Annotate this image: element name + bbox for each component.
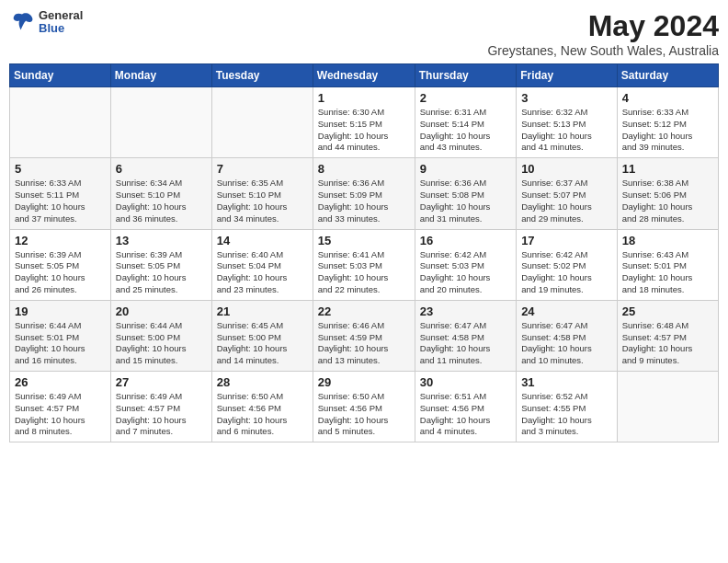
calendar-day-8: 8Sunrise: 6:36 AM Sunset: 5:09 PM Daylig… bbox=[313, 158, 415, 229]
day-info: Sunrise: 6:43 AM Sunset: 5:01 PM Dayligh… bbox=[622, 249, 713, 296]
calendar-day-10: 10Sunrise: 6:37 AM Sunset: 5:07 PM Dayli… bbox=[517, 158, 618, 229]
weekday-header-tuesday: Tuesday bbox=[211, 64, 313, 87]
day-number: 19 bbox=[15, 304, 106, 318]
calendar-day-3: 3Sunrise: 6:32 AM Sunset: 5:13 PM Daylig… bbox=[517, 87, 618, 158]
calendar-day-1: 1Sunrise: 6:30 AM Sunset: 5:15 PM Daylig… bbox=[313, 87, 415, 158]
day-info: Sunrise: 6:38 AM Sunset: 5:06 PM Dayligh… bbox=[622, 178, 713, 224]
calendar-day-24: 24Sunrise: 6:47 AM Sunset: 4:58 PM Dayli… bbox=[517, 300, 618, 371]
day-info: Sunrise: 6:33 AM Sunset: 5:12 PM Dayligh… bbox=[622, 107, 713, 154]
day-info: Sunrise: 6:44 AM Sunset: 5:01 PM Dayligh… bbox=[15, 320, 106, 367]
logo-bird-icon bbox=[9, 9, 35, 35]
calendar-day-9: 9Sunrise: 6:36 AM Sunset: 5:08 PM Daylig… bbox=[415, 158, 516, 229]
weekday-header-saturday: Saturday bbox=[617, 64, 718, 87]
day-number: 15 bbox=[318, 234, 410, 247]
calendar-day-11: 11Sunrise: 6:38 AM Sunset: 5:06 PM Dayli… bbox=[617, 158, 718, 229]
day-number: 29 bbox=[318, 375, 410, 389]
title-block: May 2024 Greystanes, New South Wales, Au… bbox=[487, 9, 719, 58]
calendar-day-21: 21Sunrise: 6:45 AM Sunset: 5:00 PM Dayli… bbox=[211, 300, 313, 371]
calendar-day-30: 30Sunrise: 6:51 AM Sunset: 4:56 PM Dayli… bbox=[415, 372, 516, 442]
day-info: Sunrise: 6:44 AM Sunset: 5:00 PM Dayligh… bbox=[116, 320, 207, 367]
day-number: 20 bbox=[116, 304, 207, 318]
weekday-header-row: SundayMondayTuesdayWednesdayThursdayFrid… bbox=[10, 64, 719, 87]
weekday-header-thursday: Thursday bbox=[415, 64, 516, 87]
day-info: Sunrise: 6:52 AM Sunset: 4:55 PM Dayligh… bbox=[521, 391, 612, 438]
calendar-day-27: 27Sunrise: 6:49 AM Sunset: 4:57 PM Dayli… bbox=[110, 372, 211, 442]
calendar-day-18: 18Sunrise: 6:43 AM Sunset: 5:01 PM Dayli… bbox=[617, 229, 718, 300]
day-number: 5 bbox=[15, 162, 106, 176]
day-number: 7 bbox=[217, 162, 308, 176]
calendar-empty-cell bbox=[10, 87, 111, 158]
calendar-day-22: 22Sunrise: 6:46 AM Sunset: 4:59 PM Dayli… bbox=[313, 300, 415, 371]
logo-text: General Blue bbox=[39, 9, 83, 36]
day-info: Sunrise: 6:47 AM Sunset: 4:58 PM Dayligh… bbox=[521, 320, 612, 367]
calendar-day-17: 17Sunrise: 6:42 AM Sunset: 5:02 PM Dayli… bbox=[517, 229, 618, 300]
calendar-week-row: 26Sunrise: 6:49 AM Sunset: 4:57 PM Dayli… bbox=[10, 372, 719, 442]
calendar-empty-cell bbox=[211, 87, 313, 158]
weekday-header-sunday: Sunday bbox=[10, 64, 111, 87]
day-number: 27 bbox=[116, 375, 207, 389]
day-info: Sunrise: 6:49 AM Sunset: 4:57 PM Dayligh… bbox=[15, 391, 106, 438]
day-number: 31 bbox=[521, 375, 612, 389]
day-number: 21 bbox=[217, 304, 308, 318]
calendar-week-row: 19Sunrise: 6:44 AM Sunset: 5:01 PM Dayli… bbox=[10, 300, 719, 371]
day-info: Sunrise: 6:45 AM Sunset: 5:00 PM Dayligh… bbox=[217, 320, 308, 367]
day-number: 6 bbox=[116, 162, 207, 176]
calendar-week-row: 1Sunrise: 6:30 AM Sunset: 5:15 PM Daylig… bbox=[10, 87, 719, 158]
calendar-day-19: 19Sunrise: 6:44 AM Sunset: 5:01 PM Dayli… bbox=[10, 300, 111, 371]
weekday-header-wednesday: Wednesday bbox=[313, 64, 415, 87]
day-number: 18 bbox=[622, 234, 713, 247]
day-info: Sunrise: 6:40 AM Sunset: 5:04 PM Dayligh… bbox=[217, 249, 308, 296]
calendar-day-14: 14Sunrise: 6:40 AM Sunset: 5:04 PM Dayli… bbox=[211, 229, 313, 300]
day-info: Sunrise: 6:36 AM Sunset: 5:08 PM Dayligh… bbox=[420, 178, 511, 224]
day-info: Sunrise: 6:48 AM Sunset: 4:57 PM Dayligh… bbox=[622, 320, 713, 367]
day-info: Sunrise: 6:32 AM Sunset: 5:13 PM Dayligh… bbox=[521, 107, 612, 154]
calendar-day-23: 23Sunrise: 6:47 AM Sunset: 4:58 PM Dayli… bbox=[415, 300, 516, 371]
day-info: Sunrise: 6:42 AM Sunset: 5:02 PM Dayligh… bbox=[521, 249, 612, 296]
day-number: 22 bbox=[318, 304, 410, 318]
weekday-header-monday: Monday bbox=[110, 64, 211, 87]
day-info: Sunrise: 6:47 AM Sunset: 4:58 PM Dayligh… bbox=[420, 320, 511, 367]
day-number: 13 bbox=[116, 234, 207, 247]
day-number: 28 bbox=[217, 375, 308, 389]
calendar-title: May 2024 bbox=[487, 9, 719, 43]
day-number: 17 bbox=[521, 234, 612, 247]
calendar-day-12: 12Sunrise: 6:39 AM Sunset: 5:05 PM Dayli… bbox=[10, 229, 111, 300]
day-info: Sunrise: 6:51 AM Sunset: 4:56 PM Dayligh… bbox=[420, 391, 511, 438]
day-number: 8 bbox=[318, 162, 410, 176]
day-number: 30 bbox=[420, 375, 511, 389]
day-info: Sunrise: 6:33 AM Sunset: 5:11 PM Dayligh… bbox=[15, 178, 106, 224]
day-number: 9 bbox=[420, 162, 511, 176]
day-number: 26 bbox=[15, 375, 106, 389]
logo-blue: Blue bbox=[39, 22, 83, 35]
calendar-day-5: 5Sunrise: 6:33 AM Sunset: 5:11 PM Daylig… bbox=[10, 158, 111, 229]
logo: General Blue bbox=[9, 9, 83, 36]
day-number: 10 bbox=[521, 162, 612, 176]
day-info: Sunrise: 6:39 AM Sunset: 5:05 PM Dayligh… bbox=[15, 249, 106, 296]
day-info: Sunrise: 6:50 AM Sunset: 4:56 PM Dayligh… bbox=[217, 391, 308, 438]
calendar-day-2: 2Sunrise: 6:31 AM Sunset: 5:14 PM Daylig… bbox=[415, 87, 516, 158]
day-number: 14 bbox=[217, 234, 308, 247]
day-number: 23 bbox=[420, 304, 511, 318]
calendar-empty-cell bbox=[110, 87, 211, 158]
calendar-day-28: 28Sunrise: 6:50 AM Sunset: 4:56 PM Dayli… bbox=[211, 372, 313, 442]
day-number: 24 bbox=[521, 304, 612, 318]
day-number: 4 bbox=[622, 91, 713, 105]
day-info: Sunrise: 6:37 AM Sunset: 5:07 PM Dayligh… bbox=[521, 178, 612, 224]
calendar-day-26: 26Sunrise: 6:49 AM Sunset: 4:57 PM Dayli… bbox=[10, 372, 111, 442]
day-info: Sunrise: 6:46 AM Sunset: 4:59 PM Dayligh… bbox=[318, 320, 410, 367]
calendar-day-16: 16Sunrise: 6:42 AM Sunset: 5:03 PM Dayli… bbox=[415, 229, 516, 300]
calendar-empty-cell bbox=[617, 372, 718, 442]
calendar-week-row: 5Sunrise: 6:33 AM Sunset: 5:11 PM Daylig… bbox=[10, 158, 719, 229]
day-info: Sunrise: 6:49 AM Sunset: 4:57 PM Dayligh… bbox=[116, 391, 207, 438]
day-number: 1 bbox=[318, 91, 410, 105]
day-info: Sunrise: 6:42 AM Sunset: 5:03 PM Dayligh… bbox=[420, 249, 511, 296]
weekday-header-friday: Friday bbox=[517, 64, 618, 87]
day-number: 3 bbox=[521, 91, 612, 105]
calendar-day-13: 13Sunrise: 6:39 AM Sunset: 5:05 PM Dayli… bbox=[110, 229, 211, 300]
day-number: 2 bbox=[420, 91, 511, 105]
day-info: Sunrise: 6:50 AM Sunset: 4:56 PM Dayligh… bbox=[318, 391, 410, 438]
day-info: Sunrise: 6:34 AM Sunset: 5:10 PM Dayligh… bbox=[116, 178, 207, 224]
day-number: 12 bbox=[15, 234, 106, 247]
day-info: Sunrise: 6:36 AM Sunset: 5:09 PM Dayligh… bbox=[318, 178, 410, 224]
day-info: Sunrise: 6:35 AM Sunset: 5:10 PM Dayligh… bbox=[217, 178, 308, 224]
